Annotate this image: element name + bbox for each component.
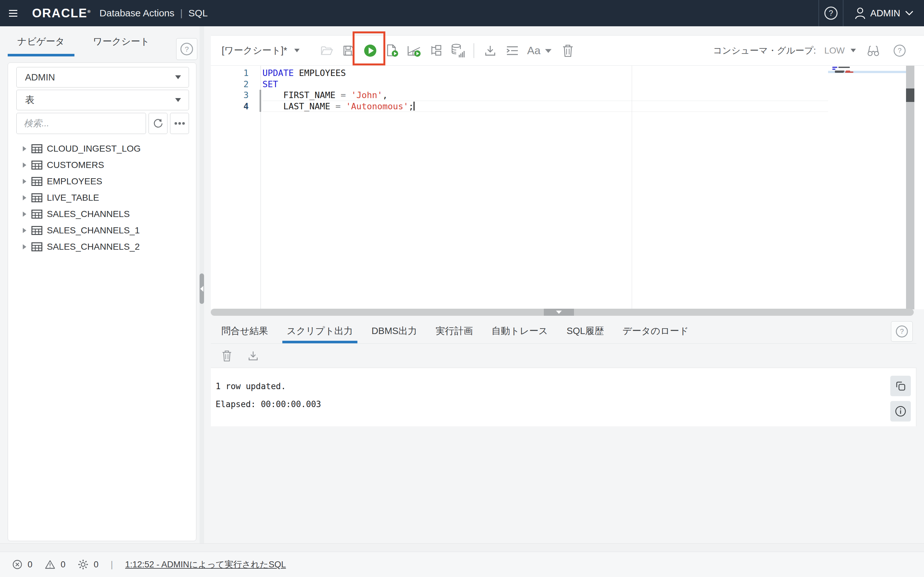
database-stats-button[interactable]: [449, 42, 467, 60]
output-tab-2[interactable]: DBMS出力: [367, 319, 422, 343]
tree-item-customers[interactable]: CUSTOMERS: [8, 157, 196, 173]
output-tab-1[interactable]: スクリプト出力: [282, 319, 357, 343]
run-statement-button[interactable]: [361, 42, 379, 60]
chevron-down-icon: [556, 311, 562, 314]
output-panel: 問合せ結果スクリプト出力DBMS出力実行計画自動トレースSQL履歴データのロード…: [211, 316, 924, 543]
user-menu[interactable]: ADMIN: [843, 7, 924, 19]
status-divider: |: [111, 560, 113, 570]
code-line: SET: [262, 79, 415, 90]
tree-item-employees[interactable]: EMPLOYEES: [8, 173, 196, 189]
jobs-count-value: 0: [94, 560, 99, 570]
sql-editor[interactable]: 1234 UPDATE EMPLOYEESSET FIRST_NAME = 'J…: [211, 66, 924, 309]
caret-down-icon: [294, 49, 300, 52]
format-button[interactable]: [503, 42, 521, 60]
output-tab-0[interactable]: 問合せ結果: [217, 319, 273, 343]
line-number: 2: [211, 79, 249, 90]
output-tabs: 問合せ結果スクリプト出力DBMS出力実行計画自動トレースSQL履歴データのロード: [217, 319, 885, 343]
expand-triangle-icon[interactable]: [22, 243, 27, 250]
ellipsis-icon: [174, 122, 185, 125]
format-icon: [505, 44, 519, 57]
gear-icon: [78, 559, 89, 570]
minimap-bar: [838, 67, 850, 68]
editor-scrollbar[interactable]: [906, 66, 914, 309]
svg-text:?: ?: [185, 45, 189, 53]
sql-history-link[interactable]: 1:12:52 - ADMINによって実行されたSQL: [125, 559, 286, 570]
explain-plan-button[interactable]: [405, 42, 423, 60]
sidebar-tab-navigator[interactable]: ナビゲータ: [8, 35, 74, 56]
download-button[interactable]: [481, 42, 499, 60]
editor-scrollbar-thumb[interactable]: [906, 89, 914, 102]
status-bar: 0 0: [0, 552, 924, 577]
copy-output-button[interactable]: [890, 376, 911, 396]
tree-item-live_table[interactable]: LIVE_TABLE: [8, 189, 196, 206]
object-type-select[interactable]: 表: [16, 90, 189, 110]
table-icon: [31, 177, 42, 186]
output-tab-5[interactable]: SQL履歴: [562, 319, 608, 343]
jobs-count[interactable]: 0: [78, 559, 99, 570]
tables-tree: CLOUD_INGEST_LOGCUSTOMERSEMPLOYEESLIVE_T…: [8, 140, 196, 255]
output-tab-4[interactable]: 自動トレース: [487, 319, 552, 343]
output-help-button[interactable]: ?: [891, 321, 913, 342]
header-help-button[interactable]: ?: [819, 0, 843, 26]
search-input[interactable]: [16, 113, 146, 134]
expand-triangle-icon[interactable]: [22, 162, 27, 168]
open-file-button[interactable]: [318, 42, 336, 60]
output-message: 1 row updated.: [216, 382, 286, 391]
font-size-menu[interactable]: Aa: [525, 42, 555, 60]
worksheet-title-menu[interactable]: [ワークシート]*: [222, 44, 300, 57]
expand-triangle-icon[interactable]: [22, 178, 27, 185]
expand-triangle-icon[interactable]: [22, 145, 27, 152]
expand-triangle-icon[interactable]: [22, 211, 27, 218]
output-tab-6[interactable]: データのロード: [618, 319, 693, 343]
minimap[interactable]: [828, 66, 906, 309]
tree-item-sales_channels_2[interactable]: SALES_CHANNELS_2: [8, 239, 196, 255]
tree-item-label: CLOUD_INGEST_LOG: [47, 143, 141, 154]
refresh-button[interactable]: [149, 113, 168, 134]
statement-indicator: [260, 90, 261, 112]
save-button[interactable]: [339, 42, 357, 60]
download-output-button[interactable]: [244, 347, 262, 365]
code-area[interactable]: UPDATE EMPLOYEESSET FIRST_NAME = 'John',…: [262, 68, 415, 112]
sidebar-splitter[interactable]: [200, 26, 204, 543]
download-icon: [483, 44, 497, 57]
error-count[interactable]: 0: [12, 559, 32, 570]
user-name: ADMIN: [871, 8, 900, 19]
tree-item-label: EMPLOYEES: [47, 176, 102, 187]
output-tab-3[interactable]: 実行計画: [431, 319, 477, 343]
sidebar-collapse-handle[interactable]: [200, 274, 204, 304]
schema-select[interactable]: ADMIN: [16, 67, 189, 87]
more-actions-button[interactable]: [170, 113, 189, 134]
hamburger-icon[interactable]: [9, 8, 17, 19]
clear-worksheet-button[interactable]: [559, 42, 577, 60]
find-button[interactable]: [864, 42, 882, 60]
tree-item-sales_channels_1[interactable]: SALES_CHANNELS_1: [8, 222, 196, 239]
consumer-group-select[interactable]: LOW: [824, 45, 856, 56]
tree-item-cloud_ingest_log[interactable]: CLOUD_INGEST_LOG: [8, 140, 196, 157]
copy-icon: [895, 380, 906, 392]
worksheet-toolbar: [ワークシート]*: [211, 35, 924, 66]
output-splitter[interactable]: [211, 309, 914, 316]
clear-output-button[interactable]: [218, 347, 236, 365]
sidebar-help-button[interactable]: ?: [176, 38, 197, 60]
svg-text:?: ?: [829, 9, 833, 17]
help-circle-icon: ?: [895, 325, 908, 338]
info-icon: [895, 405, 907, 417]
output-collapse-handle[interactable]: [544, 309, 574, 316]
object-type-select-value: 表: [25, 93, 34, 106]
person-icon: [855, 7, 866, 19]
line-number: 3: [211, 90, 249, 101]
run-script-button[interactable]: [383, 42, 401, 60]
worksheet-help-button[interactable]: ?: [891, 42, 909, 60]
expand-triangle-icon[interactable]: [22, 195, 27, 201]
warning-count[interactable]: 0: [45, 559, 65, 570]
oracle-logo: ORACLE®: [32, 6, 91, 20]
warning-count-value: 0: [61, 560, 65, 570]
tree-item-sales_channels[interactable]: SALES_CHANNELS: [8, 206, 196, 222]
expand-triangle-icon[interactable]: [22, 227, 27, 234]
info-output-button[interactable]: [890, 401, 911, 422]
minimap-bar: [835, 71, 844, 73]
worksheet-title: [ワークシート]*: [222, 44, 287, 57]
sidebar-tab-worksheet[interactable]: ワークシート: [83, 35, 160, 56]
autotrace-button[interactable]: [427, 42, 445, 60]
trash-icon: [562, 44, 574, 58]
